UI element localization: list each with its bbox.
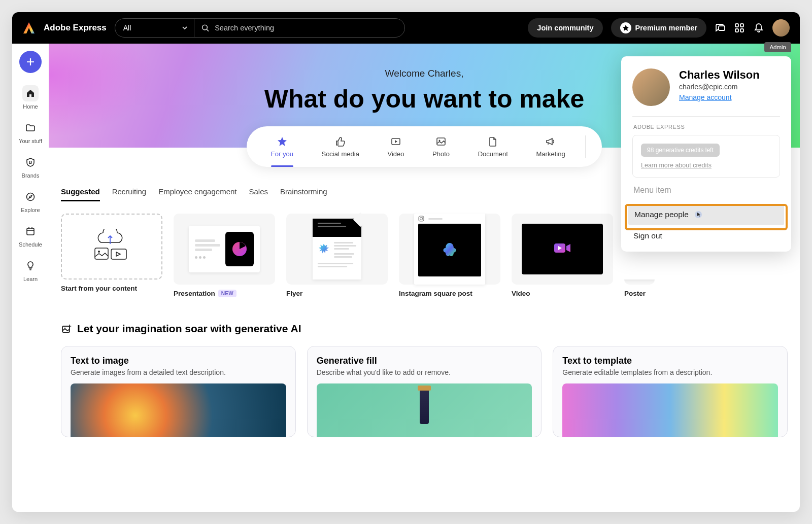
svg-rect-11 <box>27 228 34 235</box>
sidebar-item-label: Explore <box>21 207 40 213</box>
template-instagram-post[interactable]: Instagram square post <box>399 214 500 297</box>
megaphone-icon <box>545 136 556 147</box>
tab-recruiting[interactable]: Recruiting <box>112 187 147 201</box>
manage-people-item[interactable]: Manage people <box>628 204 784 225</box>
category-video[interactable]: Video <box>380 136 413 158</box>
credits-chip: 98 generative credits left <box>641 144 720 157</box>
chat-icon[interactable] <box>715 22 726 33</box>
svg-point-0 <box>202 25 208 30</box>
template-presentation[interactable]: Presentation NEW <box>174 214 275 297</box>
sidebar-item-learn[interactable]: Learn <box>15 255 46 287</box>
sidebar-item-home[interactable]: Home <box>15 82 46 115</box>
brand-icon: B <box>22 154 39 170</box>
thumbs-up-icon <box>335 136 346 147</box>
lightbulb-icon <box>22 258 39 274</box>
profile-dropdown: Admin Charles Wilson charles@epic.com Ma… <box>621 56 791 252</box>
sign-out-item[interactable]: Sign out <box>621 225 791 247</box>
admin-badge: Admin <box>764 42 791 52</box>
tab-brainstorming[interactable]: Brainstorming <box>280 187 327 201</box>
search-filter-label: All <box>123 24 131 32</box>
learn-credits-link[interactable]: Learn more about credits <box>641 162 771 169</box>
svg-rect-3 <box>735 24 738 27</box>
sidebar-item-your-stuff[interactable]: Your stuff <box>15 117 46 149</box>
sparkle-icon <box>61 323 72 334</box>
sidebar-item-label: Schedule <box>19 241 42 248</box>
ai-card-subtitle: Describe what you'd like to add or remov… <box>317 368 532 376</box>
credits-box: 98 generative credits left Learn more ab… <box>632 135 780 178</box>
svg-rect-4 <box>740 24 743 27</box>
ai-preview-image <box>562 383 778 437</box>
svg-rect-21 <box>111 249 126 259</box>
sidebar-item-explore[interactable]: Explore <box>15 186 46 218</box>
template-video[interactable]: Video <box>512 214 613 297</box>
search-filter-select[interactable]: All <box>115 19 195 37</box>
manage-account-link[interactable]: Manage account <box>679 93 732 101</box>
category-photo[interactable]: Photo <box>424 136 458 158</box>
ai-card-text-to-template[interactable]: Text to template Generate editable templ… <box>553 346 788 437</box>
tab-suggested[interactable]: Suggested <box>61 187 100 201</box>
top-bar: Adobe Express All Join community Premium… <box>12 12 800 44</box>
new-badge: NEW <box>218 290 236 297</box>
tab-employee-engagement[interactable]: Employee engagement <box>158 187 236 201</box>
sidebar-item-brands[interactable]: B Brands <box>15 151 46 184</box>
svg-rect-5 <box>735 29 738 32</box>
svg-rect-2 <box>719 26 725 30</box>
home-icon <box>22 85 39 101</box>
sidebar-item-label: Home <box>23 103 38 110</box>
sidebar-item-label: Learn <box>23 276 38 282</box>
sidebar: Home Your stuff B Brands Explore Schedul… <box>12 44 49 512</box>
hero-title: What do you want to make <box>264 84 585 114</box>
ai-card-text-to-image[interactable]: Text to image Generate images from a det… <box>61 346 296 437</box>
ai-card-title: Generative fill <box>317 356 532 366</box>
ai-card-subtitle: Generate editable templates from a descr… <box>562 368 778 376</box>
sidebar-item-schedule[interactable]: Schedule <box>15 220 46 253</box>
category-for-you[interactable]: For you <box>263 136 301 158</box>
svg-point-10 <box>27 193 35 201</box>
upload-icon <box>89 229 134 264</box>
notifications-icon[interactable] <box>753 22 764 33</box>
search-input-wrap <box>194 24 398 32</box>
ai-preview-image <box>71 383 286 437</box>
category-marketing[interactable]: Marketing <box>528 136 573 158</box>
premium-icon <box>620 22 631 33</box>
menu-item-placeholder[interactable]: Menu item <box>621 186 791 204</box>
profile-name: Charles Wilson <box>679 68 760 82</box>
category-bar: For you Social media Video Photo Documen… <box>247 126 602 167</box>
search-input[interactable] <box>215 24 398 32</box>
template-caption: Start from your content <box>61 285 162 292</box>
join-community-button[interactable]: Join community <box>528 18 602 38</box>
sidebar-item-label: Brands <box>22 172 40 179</box>
template-caption: Video <box>512 290 613 297</box>
svg-rect-23 <box>419 216 424 221</box>
chevron-down-icon <box>182 25 188 31</box>
calendar-icon <box>22 223 39 239</box>
template-caption: Presentation <box>174 290 215 297</box>
svg-point-24 <box>420 218 423 220</box>
search-bar: All <box>115 18 405 38</box>
premium-member-button[interactable]: Premium member <box>611 18 707 38</box>
svg-point-25 <box>422 217 423 217</box>
instagram-icon <box>418 216 424 222</box>
profile-avatar <box>632 68 670 106</box>
template-caption: Flyer <box>286 290 388 297</box>
ai-card-title: Text to template <box>562 356 778 366</box>
category-document[interactable]: Document <box>470 136 516 158</box>
document-icon <box>487 136 498 147</box>
svg-rect-19 <box>95 248 108 259</box>
photo-icon <box>435 136 447 147</box>
category-social-media[interactable]: Social media <box>313 136 367 158</box>
ai-card-generative-fill[interactable]: Generative fill Describe what you'd like… <box>307 346 542 437</box>
brand-name: Adobe Express <box>44 23 107 33</box>
compass-icon <box>22 189 39 205</box>
tab-sales[interactable]: Sales <box>249 187 268 201</box>
profile-email: charles@epic.com <box>679 83 760 91</box>
template-flyer[interactable]: Flyer <box>286 214 388 297</box>
svg-rect-6 <box>740 29 743 32</box>
create-button[interactable] <box>19 51 42 73</box>
ai-section-heading: Let your imagination soar with generativ… <box>61 323 788 335</box>
adobe-express-logo-icon <box>22 21 36 34</box>
apps-grid-icon[interactable] <box>734 22 745 33</box>
template-start-from-content[interactable]: Start from your content <box>61 214 162 297</box>
user-avatar[interactable] <box>772 19 790 37</box>
sidebar-item-label: Your stuff <box>19 138 42 144</box>
